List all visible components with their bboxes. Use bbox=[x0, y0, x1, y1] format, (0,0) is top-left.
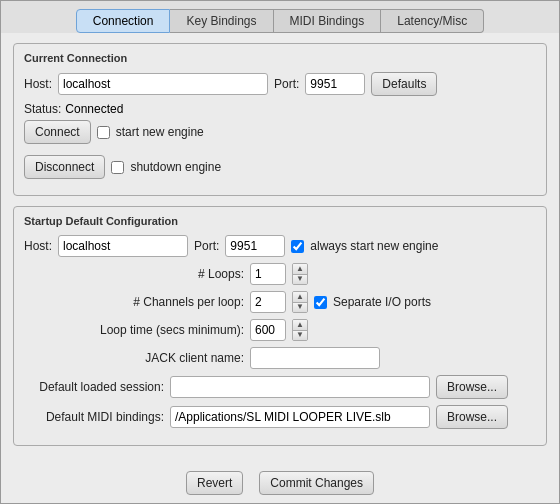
loop-time-row: Loop time (secs minimum): ▲ ▼ bbox=[24, 319, 536, 341]
startup-port-input[interactable] bbox=[225, 235, 285, 257]
loop-time-spinner-up[interactable]: ▲ bbox=[293, 320, 307, 331]
startup-port-label: Port: bbox=[194, 239, 219, 253]
port-label: Port: bbox=[274, 77, 299, 91]
midi-row: Default MIDI bindings: Browse... bbox=[24, 405, 536, 429]
loops-spinner[interactable]: ▲ ▼ bbox=[292, 263, 308, 285]
channels-input[interactable] bbox=[250, 291, 286, 313]
host-label: Host: bbox=[24, 77, 52, 91]
disconnect-button[interactable]: Disconnect bbox=[24, 155, 105, 179]
revert-button[interactable]: Revert bbox=[186, 471, 243, 495]
connect-button[interactable]: Connect bbox=[24, 120, 91, 144]
startup-host-input[interactable] bbox=[58, 235, 188, 257]
main-window: Connection Key Bindings MIDI Bindings La… bbox=[0, 0, 560, 504]
startup-host-port-row: Host: Port: always start new engine bbox=[24, 235, 536, 257]
startup-title: Startup Default Configuration bbox=[24, 215, 536, 227]
separate-io-checkbox[interactable] bbox=[314, 296, 327, 309]
bottom-buttons: Revert Commit Changes bbox=[1, 465, 559, 503]
loops-input[interactable] bbox=[250, 263, 286, 285]
jack-row: JACK client name: bbox=[24, 347, 536, 369]
tab-connection[interactable]: Connection bbox=[76, 9, 171, 33]
jack-label: JACK client name: bbox=[84, 351, 244, 365]
always-start-checkbox[interactable] bbox=[291, 240, 304, 253]
startup-host-label: Host: bbox=[24, 239, 52, 253]
loop-time-label: Loop time (secs minimum): bbox=[84, 323, 244, 337]
status-row: Status: Connected bbox=[24, 102, 536, 116]
loops-label: # Loops: bbox=[84, 267, 244, 281]
channels-spinner[interactable]: ▲ ▼ bbox=[292, 291, 308, 313]
loop-time-spinner-down[interactable]: ▼ bbox=[293, 331, 307, 341]
defaults-button[interactable]: Defaults bbox=[371, 72, 437, 96]
jack-input[interactable] bbox=[250, 347, 380, 369]
shutdown-engine-label: shutdown engine bbox=[130, 160, 221, 174]
session-label: Default loaded session: bbox=[24, 380, 164, 394]
commit-changes-button[interactable]: Commit Changes bbox=[259, 471, 374, 495]
tab-bar: Connection Key Bindings MIDI Bindings La… bbox=[1, 1, 559, 33]
host-input[interactable] bbox=[58, 73, 268, 95]
port-input[interactable] bbox=[305, 73, 365, 95]
channels-spinner-down[interactable]: ▼ bbox=[293, 303, 307, 313]
disconnect-row: Disconnect shutdown engine bbox=[24, 155, 536, 179]
current-connection-title: Current Connection bbox=[24, 52, 536, 64]
startup-section: Startup Default Configuration Host: Port… bbox=[13, 206, 547, 446]
loops-row: # Loops: ▲ ▼ bbox=[24, 263, 536, 285]
connect-row: Connect start new engine bbox=[24, 120, 536, 144]
tab-key-bindings[interactable]: Key Bindings bbox=[170, 9, 273, 33]
midi-label: Default MIDI bindings: bbox=[24, 410, 164, 424]
status-label: Status: bbox=[24, 102, 61, 116]
shutdown-engine-checkbox[interactable] bbox=[111, 161, 124, 174]
channels-label: # Channels per loop: bbox=[84, 295, 244, 309]
midi-input[interactable] bbox=[170, 406, 430, 428]
browse-midi-button[interactable]: Browse... bbox=[436, 405, 508, 429]
channels-row: # Channels per loop: ▲ ▼ Separate I/O po… bbox=[24, 291, 536, 313]
status-value: Connected bbox=[65, 102, 123, 116]
tab-midi-bindings[interactable]: MIDI Bindings bbox=[274, 9, 382, 33]
loops-spinner-down[interactable]: ▼ bbox=[293, 275, 307, 285]
browse-session-button[interactable]: Browse... bbox=[436, 375, 508, 399]
loop-time-input[interactable] bbox=[250, 319, 286, 341]
host-port-row: Host: Port: Defaults bbox=[24, 72, 536, 96]
current-connection-section: Current Connection Host: Port: Defaults … bbox=[13, 43, 547, 196]
loops-spinner-up[interactable]: ▲ bbox=[293, 264, 307, 275]
loop-time-spinner[interactable]: ▲ ▼ bbox=[292, 319, 308, 341]
start-new-engine-label: start new engine bbox=[116, 125, 204, 139]
tab-latency-misc[interactable]: Latency/Misc bbox=[381, 9, 484, 33]
content-area: Current Connection Host: Port: Defaults … bbox=[1, 33, 559, 465]
separate-io-label: Separate I/O ports bbox=[333, 295, 431, 309]
start-new-engine-checkbox[interactable] bbox=[97, 126, 110, 139]
channels-spinner-up[interactable]: ▲ bbox=[293, 292, 307, 303]
session-row: Default loaded session: Browse... bbox=[24, 375, 536, 399]
session-input[interactable] bbox=[170, 376, 430, 398]
always-start-label: always start new engine bbox=[310, 239, 438, 253]
